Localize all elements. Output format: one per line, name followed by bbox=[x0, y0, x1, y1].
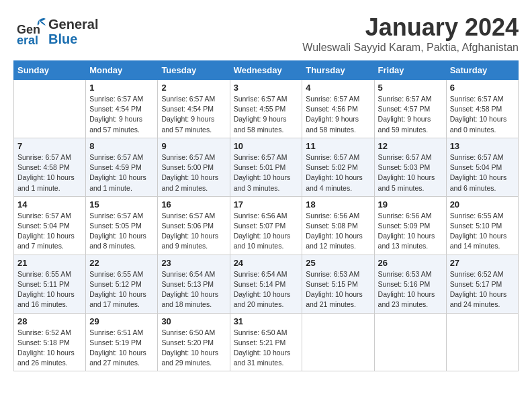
day-cell: 27Sunrise: 6:52 AMSunset: 5:17 PMDayligh… bbox=[446, 255, 518, 313]
day-info: Sunrise: 6:57 AMSunset: 4:59 PMDaylight:… bbox=[89, 152, 154, 193]
day-info: Sunrise: 6:51 AMSunset: 5:19 PMDaylight:… bbox=[89, 328, 154, 369]
logo-icon: Gen eral bbox=[13, 13, 47, 47]
day-cell: 11Sunrise: 6:57 AMSunset: 5:02 PMDayligh… bbox=[302, 138, 374, 196]
day-info: Sunrise: 6:57 AMSunset: 5:00 PMDaylight:… bbox=[161, 152, 226, 193]
day-cell: 10Sunrise: 6:57 AMSunset: 5:01 PMDayligh… bbox=[230, 138, 302, 196]
day-info: Sunrise: 6:57 AMSunset: 4:56 PMDaylight:… bbox=[306, 94, 370, 135]
month-title: January 2024 bbox=[302, 13, 519, 42]
day-cell: 15Sunrise: 6:57 AMSunset: 5:05 PMDayligh… bbox=[86, 196, 158, 255]
day-info: Sunrise: 6:50 AMSunset: 5:21 PMDaylight:… bbox=[234, 328, 299, 369]
day-number: 7 bbox=[17, 141, 82, 151]
day-number: 25 bbox=[306, 258, 370, 268]
day-cell: 22Sunrise: 6:55 AMSunset: 5:12 PMDayligh… bbox=[86, 255, 158, 313]
day-cell: 3Sunrise: 6:57 AMSunset: 4:55 PMDaylight… bbox=[230, 80, 302, 138]
week-row-1: 1Sunrise: 6:57 AMSunset: 4:54 PMDaylight… bbox=[14, 80, 519, 138]
day-info: Sunrise: 6:54 AMSunset: 5:14 PMDaylight:… bbox=[234, 269, 299, 310]
week-row-2: 7Sunrise: 6:57 AMSunset: 4:58 PMDaylight… bbox=[14, 138, 519, 196]
day-number: 4 bbox=[306, 83, 370, 93]
day-info: Sunrise: 6:53 AMSunset: 5:15 PMDaylight:… bbox=[306, 269, 370, 310]
day-cell: 21Sunrise: 6:55 AMSunset: 5:11 PMDayligh… bbox=[14, 255, 86, 313]
day-cell: 16Sunrise: 6:57 AMSunset: 5:06 PMDayligh… bbox=[158, 196, 230, 255]
day-number: 30 bbox=[161, 316, 226, 326]
day-info: Sunrise: 6:57 AMSunset: 5:04 PMDaylight:… bbox=[450, 152, 515, 193]
header-thursday: Thursday bbox=[302, 61, 374, 80]
day-info: Sunrise: 6:53 AMSunset: 5:16 PMDaylight:… bbox=[378, 269, 443, 310]
day-info: Sunrise: 6:57 AMSunset: 5:04 PMDaylight:… bbox=[17, 211, 82, 252]
day-info: Sunrise: 6:54 AMSunset: 5:13 PMDaylight:… bbox=[161, 269, 226, 310]
day-number: 31 bbox=[234, 316, 299, 326]
day-info: Sunrise: 6:57 AMSunset: 5:06 PMDaylight:… bbox=[161, 211, 226, 252]
day-cell: 20Sunrise: 6:55 AMSunset: 5:10 PMDayligh… bbox=[446, 196, 518, 255]
header-monday: Monday bbox=[86, 61, 158, 80]
day-info: Sunrise: 6:50 AMSunset: 5:20 PMDaylight:… bbox=[161, 328, 226, 369]
day-number: 22 bbox=[89, 258, 154, 268]
day-info: Sunrise: 6:57 AMSunset: 5:01 PMDaylight:… bbox=[234, 152, 299, 193]
day-cell: 5Sunrise: 6:57 AMSunset: 4:57 PMDaylight… bbox=[374, 80, 446, 138]
day-number: 29 bbox=[89, 316, 154, 326]
week-row-5: 28Sunrise: 6:52 AMSunset: 5:18 PMDayligh… bbox=[14, 313, 519, 371]
day-info: Sunrise: 6:57 AMSunset: 4:57 PMDaylight:… bbox=[378, 94, 443, 135]
day-cell: 6Sunrise: 6:57 AMSunset: 4:58 PMDaylight… bbox=[446, 80, 518, 138]
day-info: Sunrise: 6:55 AMSunset: 5:12 PMDaylight:… bbox=[89, 269, 154, 310]
day-cell bbox=[446, 313, 518, 371]
day-number: 20 bbox=[450, 199, 515, 210]
day-number: 5 bbox=[378, 83, 443, 93]
day-number: 17 bbox=[234, 199, 299, 210]
header-friday: Friday bbox=[374, 61, 446, 80]
day-info: Sunrise: 6:52 AMSunset: 5:18 PMDaylight:… bbox=[17, 328, 82, 369]
day-info: Sunrise: 6:55 AMSunset: 5:11 PMDaylight:… bbox=[17, 269, 82, 310]
day-number: 19 bbox=[378, 199, 443, 210]
day-info: Sunrise: 6:56 AMSunset: 5:08 PMDaylight:… bbox=[306, 211, 370, 252]
day-info: Sunrise: 6:57 AMSunset: 4:58 PMDaylight:… bbox=[450, 94, 515, 135]
week-row-4: 21Sunrise: 6:55 AMSunset: 5:11 PMDayligh… bbox=[14, 255, 519, 313]
day-cell: 23Sunrise: 6:54 AMSunset: 5:13 PMDayligh… bbox=[158, 255, 230, 313]
day-number: 27 bbox=[450, 258, 515, 268]
day-number: 3 bbox=[234, 83, 299, 93]
svg-text:eral: eral bbox=[17, 34, 38, 47]
day-info: Sunrise: 6:57 AMSunset: 5:05 PMDaylight:… bbox=[89, 211, 154, 252]
day-cell: 8Sunrise: 6:57 AMSunset: 4:59 PMDaylight… bbox=[86, 138, 158, 196]
day-cell: 25Sunrise: 6:53 AMSunset: 5:15 PMDayligh… bbox=[302, 255, 374, 313]
day-number: 21 bbox=[17, 258, 82, 268]
day-info: Sunrise: 6:57 AMSunset: 5:02 PMDaylight:… bbox=[306, 152, 370, 193]
day-number: 18 bbox=[306, 199, 370, 210]
day-number: 14 bbox=[17, 199, 82, 210]
header-row: SundayMondayTuesdayWednesdayThursdayFrid… bbox=[14, 61, 519, 80]
day-info: Sunrise: 6:57 AMSunset: 4:55 PMDaylight:… bbox=[234, 94, 299, 135]
day-cell: 19Sunrise: 6:56 AMSunset: 5:09 PMDayligh… bbox=[374, 196, 446, 255]
day-cell: 18Sunrise: 6:56 AMSunset: 5:08 PMDayligh… bbox=[302, 196, 374, 255]
day-number: 26 bbox=[378, 258, 443, 268]
day-cell: 29Sunrise: 6:51 AMSunset: 5:19 PMDayligh… bbox=[86, 313, 158, 371]
day-number: 2 bbox=[161, 83, 226, 93]
header-wednesday: Wednesday bbox=[230, 61, 302, 80]
page-header: Gen eral General Blue January 2024 Wules… bbox=[13, 13, 519, 54]
day-number: 12 bbox=[378, 141, 443, 151]
day-number: 8 bbox=[89, 141, 154, 151]
day-info: Sunrise: 6:56 AMSunset: 5:07 PMDaylight:… bbox=[234, 211, 299, 252]
header-sunday: Sunday bbox=[14, 61, 86, 80]
day-cell bbox=[302, 313, 374, 371]
day-cell: 12Sunrise: 6:57 AMSunset: 5:03 PMDayligh… bbox=[374, 138, 446, 196]
day-cell: 31Sunrise: 6:50 AMSunset: 5:21 PMDayligh… bbox=[230, 313, 302, 371]
day-cell: 28Sunrise: 6:52 AMSunset: 5:18 PMDayligh… bbox=[14, 313, 86, 371]
header-saturday: Saturday bbox=[446, 61, 518, 80]
day-info: Sunrise: 6:52 AMSunset: 5:17 PMDaylight:… bbox=[450, 269, 515, 310]
day-cell bbox=[14, 80, 86, 138]
logo: Gen eral General Blue bbox=[13, 13, 98, 50]
header-tuesday: Tuesday bbox=[158, 61, 230, 80]
day-info: Sunrise: 6:57 AMSunset: 4:54 PMDaylight:… bbox=[89, 94, 154, 135]
day-info: Sunrise: 6:56 AMSunset: 5:09 PMDaylight:… bbox=[378, 211, 443, 252]
day-number: 24 bbox=[234, 258, 299, 268]
day-number: 9 bbox=[161, 141, 226, 151]
day-cell: 13Sunrise: 6:57 AMSunset: 5:04 PMDayligh… bbox=[446, 138, 518, 196]
day-info: Sunrise: 6:57 AMSunset: 4:58 PMDaylight:… bbox=[17, 152, 82, 193]
day-cell bbox=[374, 313, 446, 371]
day-cell: 24Sunrise: 6:54 AMSunset: 5:14 PMDayligh… bbox=[230, 255, 302, 313]
logo-general: General bbox=[48, 17, 98, 32]
day-cell: 17Sunrise: 6:56 AMSunset: 5:07 PMDayligh… bbox=[230, 196, 302, 255]
day-cell: 30Sunrise: 6:50 AMSunset: 5:20 PMDayligh… bbox=[158, 313, 230, 371]
day-info: Sunrise: 6:57 AMSunset: 4:54 PMDaylight:… bbox=[161, 94, 226, 135]
day-cell: 7Sunrise: 6:57 AMSunset: 4:58 PMDaylight… bbox=[14, 138, 86, 196]
day-cell: 26Sunrise: 6:53 AMSunset: 5:16 PMDayligh… bbox=[374, 255, 446, 313]
title-block: January 2024 Wuleswali Sayyid Karam, Pak… bbox=[302, 13, 519, 54]
